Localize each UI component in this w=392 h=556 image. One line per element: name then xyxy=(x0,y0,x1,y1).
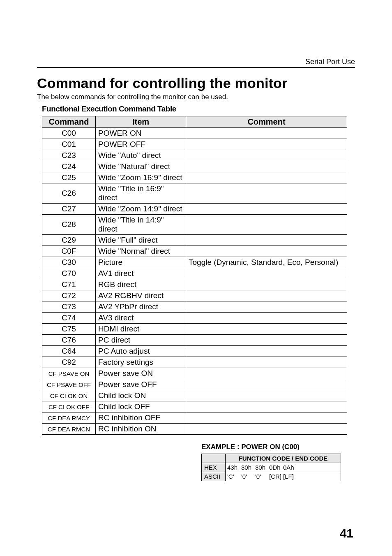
table-row: C74AV3 direct xyxy=(42,313,347,324)
example-header-code: FUNCTION CODE / END CODE xyxy=(226,454,341,463)
table-row: C23Wide "Auto" direct xyxy=(42,150,347,161)
example-row-codes: 'C''0''0'[CR][LF] xyxy=(226,472,341,481)
cell-comment xyxy=(186,379,347,390)
page-header: Serial Port Use xyxy=(37,58,355,68)
cell-command: C30 xyxy=(42,257,96,268)
table-row: C25Wide "Zoom 16:9" direct xyxy=(42,172,347,183)
code-token: [CR] xyxy=(269,473,283,480)
cell-command: C29 xyxy=(42,235,96,246)
cell-comment xyxy=(186,172,347,183)
code-token: '0' xyxy=(255,473,269,480)
cell-command: C00 xyxy=(42,128,96,139)
table-row: C00POWER ON xyxy=(42,128,347,139)
cell-comment: Toggle (Dynamic, Standard, Eco, Personal… xyxy=(186,257,347,268)
cell-item: PC Auto adjust xyxy=(96,346,186,357)
example-row: ASCII'C''0''0'[CR][LF] xyxy=(202,472,341,481)
cell-comment xyxy=(186,346,347,357)
cell-item: RGB direct xyxy=(96,279,186,290)
cell-item: Power save OFF xyxy=(96,379,186,390)
table-row: C28Wide "Title in 14:9" direct xyxy=(42,215,347,235)
cell-command: CF CLOK ON xyxy=(42,390,96,401)
page: Serial Port Use Command for controlling … xyxy=(0,0,392,556)
cell-item: AV2 YPbPr direct xyxy=(96,301,186,313)
cell-command: C0F xyxy=(42,246,96,257)
code-token: 43h xyxy=(227,464,241,471)
cell-command: C24 xyxy=(42,161,96,172)
cell-comment xyxy=(186,401,347,412)
cell-item: Wide "Title in 16:9" direct xyxy=(96,183,186,204)
cell-command: C25 xyxy=(42,172,96,183)
page-number: 41 xyxy=(37,526,355,540)
cell-item: POWER ON xyxy=(96,128,186,139)
cell-comment xyxy=(186,215,347,235)
table-row: CF PSAVE ONPower save ON xyxy=(42,368,347,379)
table-row: CF CLOK ONChild lock ON xyxy=(42,390,347,401)
cell-comment xyxy=(186,390,347,401)
col-header-command: Command xyxy=(42,116,96,128)
cell-comment xyxy=(186,139,347,150)
example-table: FUNCTION CODE / END CODE HEX43h30h30h0Dh… xyxy=(201,454,341,481)
cell-command: C26 xyxy=(42,183,96,204)
cell-comment xyxy=(186,324,347,335)
col-header-item: Item xyxy=(96,116,186,128)
cell-comment xyxy=(186,235,347,246)
cell-item: POWER OFF xyxy=(96,139,186,150)
cell-comment xyxy=(186,246,347,257)
table-row: C30PictureToggle (Dynamic, Standard, Eco… xyxy=(42,257,347,268)
cell-command: C27 xyxy=(42,204,96,215)
cell-item: Child lock OFF xyxy=(96,401,186,412)
example-title: EXAMPLE : POWER ON (C00) xyxy=(201,443,355,451)
table-row: C24Wide "Natural" direct xyxy=(42,161,347,172)
example-row: HEX43h30h30h0Dh0Ah xyxy=(202,463,341,472)
cell-command: CF PSAVE ON xyxy=(42,368,96,379)
table-row: CF PSAVE OFFPower save OFF xyxy=(42,379,347,390)
cell-item: Picture xyxy=(96,257,186,268)
example-header-blank xyxy=(202,454,226,463)
code-token: 0Ah xyxy=(283,464,297,471)
cell-item: Wide "Title in 14:9" direct xyxy=(96,215,186,235)
cell-command: C01 xyxy=(42,139,96,150)
cell-command: C72 xyxy=(42,290,96,301)
example-block: EXAMPLE : POWER ON (C00) FUNCTION CODE /… xyxy=(201,443,355,481)
cell-item: Wide "Zoom 16:9" direct xyxy=(96,172,186,183)
cell-command: CF DEA RMCY xyxy=(42,412,96,424)
cell-comment xyxy=(186,301,347,313)
cell-item: AV1 direct xyxy=(96,268,186,279)
cell-comment xyxy=(186,290,347,301)
table-row: CF CLOK OFFChild lock OFF xyxy=(42,401,347,412)
cell-item: Wide "Normal" direct xyxy=(96,246,186,257)
table-row: C76PC direct xyxy=(42,335,347,346)
col-header-comment: Comment xyxy=(186,116,347,128)
code-token: 'C' xyxy=(227,473,241,480)
table-row: C70AV1 direct xyxy=(42,268,347,279)
table-row: C01POWER OFF xyxy=(42,139,347,150)
table-row: CF DEA RMCYRC inhibition OFF xyxy=(42,412,347,424)
cell-command: C28 xyxy=(42,215,96,235)
code-token: [LF] xyxy=(283,473,297,480)
cell-comment xyxy=(186,357,347,368)
cell-comment xyxy=(186,279,347,290)
cell-comment xyxy=(186,424,347,435)
cell-item: Wide "Zoom 14:9" direct xyxy=(96,204,186,215)
cell-command: C92 xyxy=(42,357,96,368)
example-row-codes: 43h30h30h0Dh0Ah xyxy=(226,463,341,472)
cell-item: AV2 RGBHV direct xyxy=(96,290,186,301)
table-row: C29Wide "Full" direct xyxy=(42,235,347,246)
code-token: 0Dh xyxy=(269,464,283,471)
table-caption: Functional Execution Command Table xyxy=(42,104,355,114)
code-token: 30h xyxy=(241,464,255,471)
table-row: CF DEA RMCNRC inhibition ON xyxy=(42,424,347,435)
cell-item: Wide "Full" direct xyxy=(96,235,186,246)
cell-comment xyxy=(186,204,347,215)
cell-item: RC inhibition ON xyxy=(96,424,186,435)
cell-command: C74 xyxy=(42,313,96,324)
code-token: '0' xyxy=(241,473,255,480)
table-row: C75HDMI direct xyxy=(42,324,347,335)
cell-command: CF DEA RMCN xyxy=(42,424,96,435)
cell-comment xyxy=(186,268,347,279)
cell-comment xyxy=(186,368,347,379)
cell-item: Power save ON xyxy=(96,368,186,379)
cell-item: Wide "Auto" direct xyxy=(96,150,186,161)
table-header-row: Command Item Comment xyxy=(42,116,347,128)
cell-item: Child lock ON xyxy=(96,390,186,401)
